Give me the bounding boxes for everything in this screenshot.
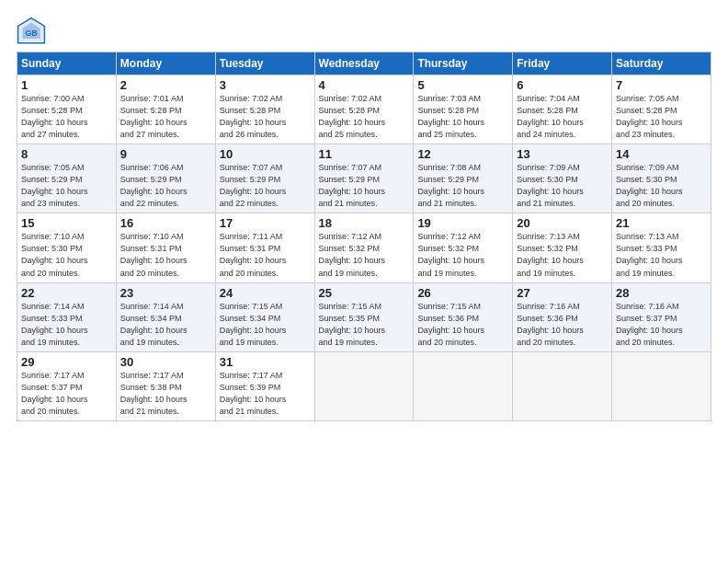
day-number: 1 <box>21 78 112 92</box>
day-info: Sunrise: 7:01 AM Sunset: 5:28 PM Dayligh… <box>120 93 211 141</box>
day-info: Sunrise: 7:15 AM Sunset: 5:34 PM Dayligh… <box>220 301 311 349</box>
day-info: Sunrise: 7:10 AM Sunset: 5:30 PM Dayligh… <box>21 231 112 279</box>
calendar-cell: 28Sunrise: 7:16 AM Sunset: 5:37 PM Dayli… <box>612 282 711 351</box>
calendar-cell: 5Sunrise: 7:03 AM Sunset: 5:28 PM Daylig… <box>414 75 513 144</box>
page: GB SundayMondayTuesdayWednesdayThursdayF… <box>0 0 728 563</box>
day-info: Sunrise: 7:12 AM Sunset: 5:32 PM Dayligh… <box>319 231 410 279</box>
day-info: Sunrise: 7:05 AM Sunset: 5:29 PM Dayligh… <box>21 162 112 210</box>
day-number: 12 <box>417 147 508 161</box>
day-info: Sunrise: 7:02 AM Sunset: 5:28 PM Dayligh… <box>319 93 410 141</box>
day-number: 14 <box>616 147 707 161</box>
logo-icon: GB <box>17 17 46 46</box>
day-info: Sunrise: 7:17 AM Sunset: 5:38 PM Dayligh… <box>120 370 211 418</box>
day-number: 13 <box>517 147 608 161</box>
day-info: Sunrise: 7:11 AM Sunset: 5:31 PM Dayligh… <box>220 231 311 279</box>
day-number: 3 <box>220 78 311 92</box>
calendar-cell <box>414 351 513 420</box>
day-number: 21 <box>616 216 707 230</box>
calendar-cell: 21Sunrise: 7:13 AM Sunset: 5:33 PM Dayli… <box>612 213 711 282</box>
day-number: 6 <box>517 78 608 92</box>
day-number: 16 <box>120 216 211 230</box>
day-info: Sunrise: 7:14 AM Sunset: 5:33 PM Dayligh… <box>21 301 112 349</box>
col-header-saturday: Saturday <box>612 52 711 75</box>
calendar-cell: 1Sunrise: 7:00 AM Sunset: 5:28 PM Daylig… <box>17 75 117 144</box>
day-info: Sunrise: 7:07 AM Sunset: 5:29 PM Dayligh… <box>220 162 311 210</box>
calendar-cell: 22Sunrise: 7:14 AM Sunset: 5:33 PM Dayli… <box>17 282 117 351</box>
calendar-cell: 7Sunrise: 7:05 AM Sunset: 5:28 PM Daylig… <box>612 75 711 144</box>
day-info: Sunrise: 7:17 AM Sunset: 5:39 PM Dayligh… <box>220 370 311 418</box>
day-info: Sunrise: 7:02 AM Sunset: 5:28 PM Dayligh… <box>220 93 311 141</box>
day-number: 18 <box>319 216 410 230</box>
day-info: Sunrise: 7:00 AM Sunset: 5:28 PM Dayligh… <box>21 93 112 141</box>
calendar-cell: 16Sunrise: 7:10 AM Sunset: 5:31 PM Dayli… <box>116 213 215 282</box>
day-number: 15 <box>21 216 112 230</box>
calendar-cell: 20Sunrise: 7:13 AM Sunset: 5:32 PM Dayli… <box>513 213 612 282</box>
week-row-5: 29Sunrise: 7:17 AM Sunset: 5:37 PM Dayli… <box>17 351 711 420</box>
calendar-cell: 13Sunrise: 7:09 AM Sunset: 5:30 PM Dayli… <box>513 144 612 213</box>
calendar-cell: 29Sunrise: 7:17 AM Sunset: 5:37 PM Dayli… <box>17 351 117 420</box>
day-info: Sunrise: 7:13 AM Sunset: 5:32 PM Dayligh… <box>517 231 608 279</box>
day-number: 19 <box>417 216 508 230</box>
day-info: Sunrise: 7:12 AM Sunset: 5:32 PM Dayligh… <box>417 231 508 279</box>
calendar-cell: 3Sunrise: 7:02 AM Sunset: 5:28 PM Daylig… <box>215 75 314 144</box>
calendar-cell: 14Sunrise: 7:09 AM Sunset: 5:30 PM Dayli… <box>612 144 711 213</box>
day-number: 25 <box>319 286 410 300</box>
day-number: 20 <box>517 216 608 230</box>
col-header-wednesday: Wednesday <box>314 52 414 75</box>
day-number: 26 <box>417 286 508 300</box>
svg-text:GB: GB <box>25 29 37 38</box>
calendar-cell: 10Sunrise: 7:07 AM Sunset: 5:29 PM Dayli… <box>215 144 314 213</box>
day-number: 17 <box>220 216 311 230</box>
calendar-cell: 25Sunrise: 7:15 AM Sunset: 5:35 PM Dayli… <box>314 282 414 351</box>
day-number: 24 <box>220 286 311 300</box>
calendar-cell: 4Sunrise: 7:02 AM Sunset: 5:28 PM Daylig… <box>314 75 414 144</box>
day-info: Sunrise: 7:16 AM Sunset: 5:36 PM Dayligh… <box>517 301 608 349</box>
calendar-cell <box>612 351 711 420</box>
day-number: 9 <box>120 147 211 161</box>
calendar-table: SundayMondayTuesdayWednesdayThursdayFrid… <box>17 52 711 421</box>
day-info: Sunrise: 7:09 AM Sunset: 5:30 PM Dayligh… <box>616 162 707 210</box>
day-number: 31 <box>220 355 311 369</box>
week-row-3: 15Sunrise: 7:10 AM Sunset: 5:30 PM Dayli… <box>17 213 711 282</box>
calendar-cell: 30Sunrise: 7:17 AM Sunset: 5:38 PM Dayli… <box>116 351 215 420</box>
calendar-cell: 27Sunrise: 7:16 AM Sunset: 5:36 PM Dayli… <box>513 282 612 351</box>
calendar-cell: 6Sunrise: 7:04 AM Sunset: 5:28 PM Daylig… <box>513 75 612 144</box>
day-info: Sunrise: 7:15 AM Sunset: 5:35 PM Dayligh… <box>319 301 410 349</box>
calendar-cell: 2Sunrise: 7:01 AM Sunset: 5:28 PM Daylig… <box>116 75 215 144</box>
day-number: 5 <box>417 78 508 92</box>
week-row-1: 1Sunrise: 7:00 AM Sunset: 5:28 PM Daylig… <box>17 75 711 144</box>
calendar-cell: 15Sunrise: 7:10 AM Sunset: 5:30 PM Dayli… <box>17 213 117 282</box>
day-info: Sunrise: 7:16 AM Sunset: 5:37 PM Dayligh… <box>616 301 707 349</box>
calendar-cell <box>513 351 612 420</box>
week-row-4: 22Sunrise: 7:14 AM Sunset: 5:33 PM Dayli… <box>17 282 711 351</box>
day-number: 8 <box>21 147 112 161</box>
calendar-cell <box>314 351 414 420</box>
day-number: 27 <box>517 286 608 300</box>
calendar-cell: 26Sunrise: 7:15 AM Sunset: 5:36 PM Dayli… <box>414 282 513 351</box>
calendar-cell: 18Sunrise: 7:12 AM Sunset: 5:32 PM Dayli… <box>314 213 414 282</box>
logo: GB <box>17 17 51 46</box>
calendar-cell: 23Sunrise: 7:14 AM Sunset: 5:34 PM Dayli… <box>116 282 215 351</box>
day-info: Sunrise: 7:08 AM Sunset: 5:29 PM Dayligh… <box>417 162 508 210</box>
calendar-cell: 31Sunrise: 7:17 AM Sunset: 5:39 PM Dayli… <box>215 351 314 420</box>
day-info: Sunrise: 7:05 AM Sunset: 5:28 PM Dayligh… <box>616 93 707 141</box>
col-header-friday: Friday <box>513 52 612 75</box>
day-info: Sunrise: 7:17 AM Sunset: 5:37 PM Dayligh… <box>21 370 112 418</box>
calendar-cell: 9Sunrise: 7:06 AM Sunset: 5:29 PM Daylig… <box>116 144 215 213</box>
calendar-cell: 11Sunrise: 7:07 AM Sunset: 5:29 PM Dayli… <box>314 144 414 213</box>
calendar-cell: 17Sunrise: 7:11 AM Sunset: 5:31 PM Dayli… <box>215 213 314 282</box>
col-header-sunday: Sunday <box>17 52 117 75</box>
day-info: Sunrise: 7:07 AM Sunset: 5:29 PM Dayligh… <box>319 162 410 210</box>
day-info: Sunrise: 7:06 AM Sunset: 5:29 PM Dayligh… <box>120 162 211 210</box>
day-info: Sunrise: 7:14 AM Sunset: 5:34 PM Dayligh… <box>120 301 211 349</box>
col-header-thursday: Thursday <box>414 52 513 75</box>
day-number: 10 <box>220 147 311 161</box>
calendar-cell: 24Sunrise: 7:15 AM Sunset: 5:34 PM Dayli… <box>215 282 314 351</box>
day-info: Sunrise: 7:13 AM Sunset: 5:33 PM Dayligh… <box>616 231 707 279</box>
calendar-cell: 19Sunrise: 7:12 AM Sunset: 5:32 PM Dayli… <box>414 213 513 282</box>
day-info: Sunrise: 7:10 AM Sunset: 5:31 PM Dayligh… <box>120 231 211 279</box>
day-number: 30 <box>120 355 211 369</box>
day-number: 28 <box>616 286 707 300</box>
day-number: 2 <box>120 78 211 92</box>
day-number: 4 <box>319 78 410 92</box>
